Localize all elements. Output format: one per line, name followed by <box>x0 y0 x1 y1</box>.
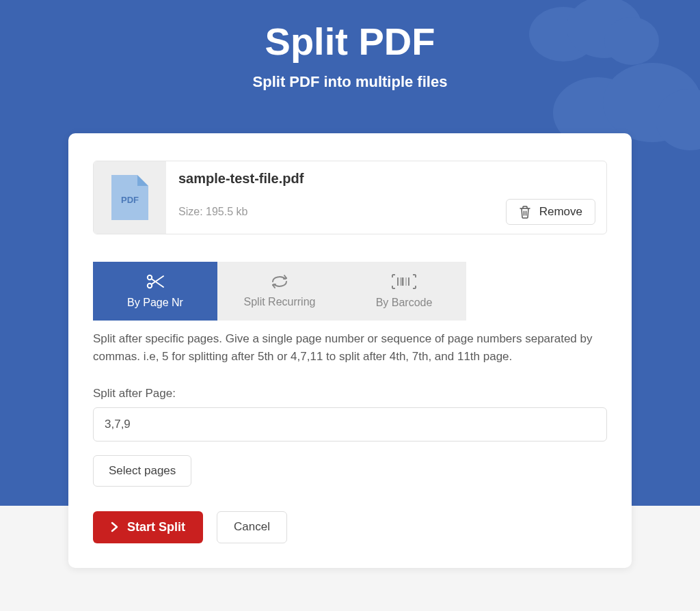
main-card: PDF sample-test-file.pdf Size: 195.5 kb … <box>68 133 632 568</box>
select-pages-button[interactable]: Select pages <box>93 455 191 487</box>
tab-label: Split Recurring <box>244 296 316 308</box>
action-buttons: Start Split Cancel <box>93 511 607 543</box>
chevron-right-icon <box>111 521 119 532</box>
tabs: By Page Nr Split Recurring By Barcode <box>93 262 607 321</box>
tab-description: Split after specific pages. Give a singl… <box>93 330 607 366</box>
tab-label: By Barcode <box>376 297 433 309</box>
trash-icon <box>519 205 531 219</box>
file-size: Size: 195.5 kb <box>178 206 247 218</box>
file-icon-label: PDF <box>121 195 139 205</box>
file-size-row: Size: 195.5 kb Remove <box>178 199 606 225</box>
page-subtitle: Split PDF into multiple files <box>0 73 700 91</box>
start-label: Start Split <box>127 520 185 534</box>
scissors-icon <box>146 273 165 290</box>
cancel-button[interactable]: Cancel <box>217 511 287 543</box>
start-split-button[interactable]: Start Split <box>93 511 203 543</box>
remove-label: Remove <box>539 205 582 219</box>
tab-label: By Page Nr <box>127 297 183 309</box>
tab-split-recurring[interactable]: Split Recurring <box>217 262 342 321</box>
tab-by-page-nr[interactable]: By Page Nr <box>93 262 217 321</box>
page-title: Split PDF <box>0 0 700 64</box>
pdf-file-icon: PDF <box>111 175 148 220</box>
file-icon-container: PDF <box>94 161 166 234</box>
file-name: sample-test-file.pdf <box>178 171 606 187</box>
remove-file-button[interactable]: Remove <box>506 199 595 225</box>
recurring-icon <box>271 274 288 289</box>
split-after-page-label: Split after Page: <box>93 387 607 400</box>
file-meta: sample-test-file.pdf Size: 195.5 kb Remo… <box>166 161 606 234</box>
barcode-icon <box>391 273 417 290</box>
file-entry: PDF sample-test-file.pdf Size: 195.5 kb … <box>93 161 607 234</box>
split-after-page-input[interactable] <box>93 407 607 442</box>
tab-by-barcode[interactable]: By Barcode <box>342 262 466 321</box>
